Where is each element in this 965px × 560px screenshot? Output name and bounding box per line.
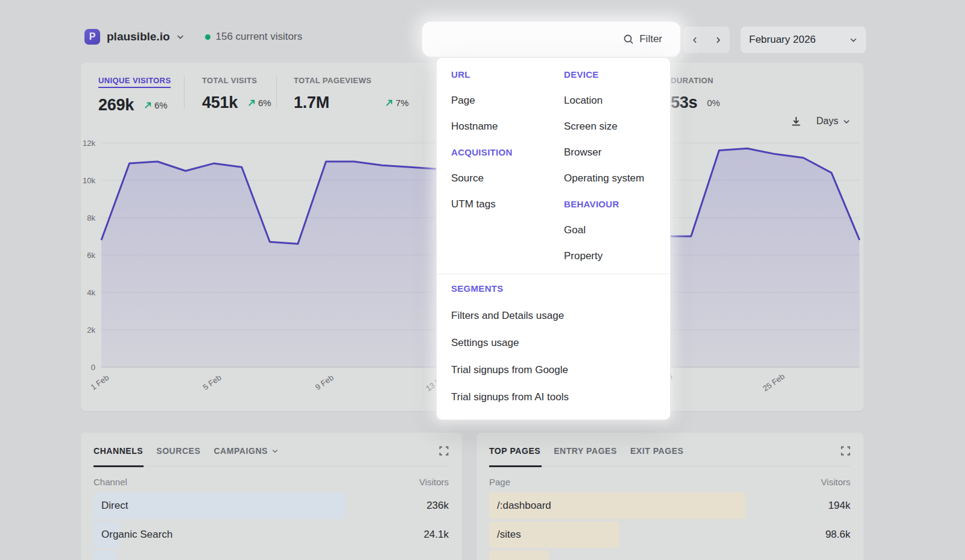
filter-menu: URL Page Hostname ACQUISITION Source UTM… xyxy=(436,57,671,420)
date-range-picker[interactable]: February 2026 xyxy=(741,27,866,53)
stat-value: 451k xyxy=(202,93,238,112)
table-header: Page Visitors xyxy=(489,477,850,487)
row-label: /sites xyxy=(489,529,521,541)
svg-text:6k: 6k xyxy=(87,251,95,260)
tab-underline xyxy=(93,466,449,467)
chevron-down-icon xyxy=(849,36,858,44)
interval-label: Days xyxy=(817,116,838,127)
tab-top-pages[interactable]: TOP PAGES xyxy=(489,446,540,456)
segment-item-filters-details-usage[interactable]: Filters and Details usage xyxy=(451,310,564,322)
row-value: 24.1k xyxy=(423,529,449,541)
tab-underline xyxy=(489,466,850,467)
chart-toolbar: Days xyxy=(790,115,850,127)
segment-item-settings-usage[interactable]: Settings usage xyxy=(451,337,519,349)
svg-text:1 Feb: 1 Feb xyxy=(89,373,110,392)
filter-section-url: URL xyxy=(451,69,470,80)
svg-text:25 Feb: 25 Feb xyxy=(761,372,786,394)
stat-change: 6% xyxy=(247,98,271,108)
pages-tabs: TOP PAGES ENTRY PAGES EXIT PAGES xyxy=(489,444,850,458)
date-nav xyxy=(683,27,730,53)
svg-text:4k: 4k xyxy=(87,288,95,297)
value-column-header: Visitors xyxy=(419,477,449,487)
table-header: Channel Visitors xyxy=(93,477,449,487)
search-icon xyxy=(623,34,634,45)
table-row[interactable]: Direct 236k xyxy=(93,492,449,519)
filter-item-goal[interactable]: Goal xyxy=(564,224,586,236)
expand-icon[interactable] xyxy=(439,446,449,456)
stat-label: UNIQUE VISITORS xyxy=(98,76,171,88)
row-label: Organic Search xyxy=(93,529,172,541)
filter-search-bar[interactable]: Filter xyxy=(422,22,680,57)
stat-value: 1.7M xyxy=(294,93,329,112)
table-row-partial xyxy=(489,550,850,560)
stat-total-pageviews[interactable]: TOTAL PAGEVIEWS 1.7M 7% xyxy=(294,75,409,112)
tab-sources[interactable]: SOURCES xyxy=(156,446,200,456)
stat-value: 53s xyxy=(671,93,697,112)
filter-section-device: DEVICE xyxy=(564,69,599,80)
filter-item-source[interactable]: Source xyxy=(451,172,484,184)
site-name[interactable]: plausible.io xyxy=(107,30,170,43)
table-row[interactable]: /sites 98.6k xyxy=(489,521,850,548)
svg-text:8k: 8k xyxy=(87,213,95,222)
channels-tabs: CHANNELS SOURCES CAMPAIGNS xyxy=(93,444,449,458)
arrow-up-right-icon xyxy=(247,98,256,107)
prev-period-button[interactable] xyxy=(683,27,707,53)
tab-channels[interactable]: CHANNELS xyxy=(93,446,143,456)
tab-exit-pages[interactable]: EXIT PAGES xyxy=(630,446,684,456)
svg-text:10k: 10k xyxy=(83,176,95,185)
svg-text:9 Feb: 9 Feb xyxy=(314,373,335,392)
current-visitors-label: 156 current visitors xyxy=(216,31,303,43)
chevron-down-icon xyxy=(271,447,279,455)
row-bar xyxy=(93,550,116,560)
filter-item-browser[interactable]: Browser xyxy=(564,146,601,159)
stat-divider xyxy=(276,76,277,109)
filter-item-page[interactable]: Page xyxy=(451,95,475,107)
stat-change: 6% xyxy=(144,100,168,110)
svg-text:5 Feb: 5 Feb xyxy=(201,373,223,392)
filter-item-screen-size[interactable]: Screen size xyxy=(564,121,618,133)
key-column-header: Channel xyxy=(93,477,127,487)
stat-change: 0% xyxy=(707,98,720,108)
row-bar xyxy=(93,492,346,519)
table-row[interactable]: Organic Search 24.1k xyxy=(93,521,449,548)
svg-text:2k: 2k xyxy=(87,326,95,335)
interval-dropdown[interactable]: Days xyxy=(817,116,850,127)
filter-label: Filter xyxy=(639,33,662,45)
segment-item-trial-signups-google[interactable]: Trial signups from Google xyxy=(451,364,568,376)
table-row-partial xyxy=(93,550,449,560)
channels-card: CHANNELS SOURCES CAMPAIGNS Channel Visit… xyxy=(81,433,462,560)
segment-item-trial-signups-ai-tools[interactable]: Trial signups from AI tools xyxy=(451,391,569,403)
filter-item-operating-system[interactable]: Operating system xyxy=(564,172,644,184)
next-period-button[interactable] xyxy=(707,27,730,53)
filter-item-utm-tags[interactable]: UTM tags xyxy=(451,198,496,210)
svg-text:0: 0 xyxy=(91,363,95,372)
plausible-logo-icon: P xyxy=(84,29,100,45)
row-value: 98.6k xyxy=(825,529,850,541)
filter-item-property[interactable]: Property xyxy=(564,250,603,262)
stat-change: 7% xyxy=(385,98,409,108)
filter-item-location[interactable]: Location xyxy=(564,95,603,107)
live-dot-icon xyxy=(205,34,210,40)
arrow-up-right-icon xyxy=(144,101,153,110)
tab-campaigns[interactable]: CAMPAIGNS xyxy=(214,446,279,456)
filter-item-hostname[interactable]: Hostname xyxy=(451,121,498,133)
row-label: Direct xyxy=(93,500,128,512)
filter-section-segments: SEGMENTS xyxy=(451,283,504,294)
current-visitors[interactable]: 156 current visitors xyxy=(205,31,303,43)
table-row[interactable]: /:dashboard 194k xyxy=(489,492,850,519)
filter-section-acquisition: ACQUISITION xyxy=(451,147,513,157)
stat-total-visits[interactable]: TOTAL VISITS 451k 6% xyxy=(202,75,271,112)
stat-value: 269k xyxy=(98,96,134,115)
site-switcher-chevron-icon[interactable] xyxy=(176,33,185,41)
stat-label: DURATION xyxy=(671,76,713,85)
download-icon[interactable] xyxy=(790,115,802,127)
stat-unique-visitors[interactable]: UNIQUE VISITORS 269k 6% xyxy=(98,75,171,115)
date-range-label: February 2026 xyxy=(749,34,849,46)
stat-visit-duration[interactable]: DURATION 53s 0% xyxy=(671,75,720,112)
key-column-header: Page xyxy=(489,477,510,487)
pages-card: TOP PAGES ENTRY PAGES EXIT PAGES Page Vi… xyxy=(476,433,864,560)
row-value: 194k xyxy=(828,500,850,512)
svg-text:12k: 12k xyxy=(83,139,95,148)
expand-icon[interactable] xyxy=(841,446,850,456)
tab-entry-pages[interactable]: ENTRY PAGES xyxy=(554,446,617,456)
